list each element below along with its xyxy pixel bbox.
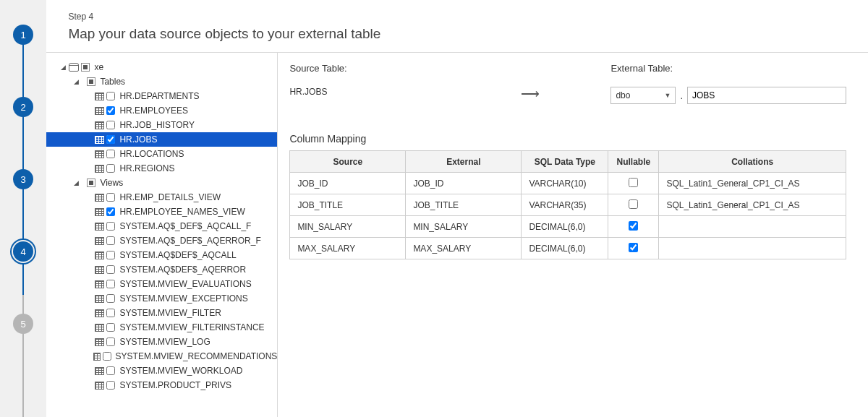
object-checkbox[interactable] (106, 193, 115, 202)
step-dot-1[interactable]: 1 (13, 25, 33, 45)
tree-node[interactable]: SYSTEM.MVIEW_FILTER (46, 306, 277, 320)
object-checkbox[interactable] (106, 294, 115, 303)
expand-icon[interactable]: ◢ (72, 78, 80, 85)
tree-node[interactable]: ◢Views (46, 176, 277, 190)
tree-node[interactable]: SYSTEM.MVIEW_FILTERINSTANCE (46, 320, 277, 335)
object-checkbox[interactable] (106, 265, 115, 274)
database-icon (69, 63, 79, 72)
table-icon (95, 136, 104, 144)
table-row[interactable]: MAX_SALARYMAX_SALARYDECIMAL(6,0) (290, 238, 846, 259)
tree-label: SYSTEM.AQ$DEF$_AQCALL (119, 250, 236, 260)
object-checkbox[interactable] (106, 323, 115, 332)
table-icon (95, 295, 104, 303)
tree-node[interactable]: SYSTEM.MVIEW_EVALUATIONS (46, 277, 277, 291)
cell-nullable (608, 173, 659, 194)
tree-node[interactable]: HR.EMPLOYEE_NAMES_VIEW (46, 205, 277, 219)
cell-collation: SQL_Latin1_General_CP1_CI_AS (659, 173, 846, 194)
object-tree[interactable]: ◢xe◢TablesHR.DEPARTMENTSHR.EMPLOYEESHR.J… (46, 53, 278, 417)
tree-node[interactable]: HR.EMPLOYEES (46, 103, 277, 118)
tree-label: HR.LOCATIONS (119, 149, 184, 159)
tree-node[interactable]: HR.LOCATIONS (46, 147, 277, 161)
nullable-checkbox[interactable] (629, 221, 638, 231)
object-checkbox[interactable] (106, 164, 115, 173)
object-checkbox[interactable] (106, 381, 115, 390)
stepper: 12345 (0, 0, 46, 417)
tree-node[interactable]: SYSTEM.AQ$DEF$_AQCALL (46, 248, 277, 262)
object-checkbox[interactable] (106, 121, 115, 129)
tristate-checkbox[interactable] (87, 77, 95, 86)
object-checkbox[interactable] (106, 236, 115, 245)
tree-node[interactable]: SYSTEM.AQ$_DEF$_AQCALL_F (46, 219, 277, 233)
source-table-value: HR.JOBS (289, 87, 492, 97)
external-table-input[interactable] (687, 87, 846, 104)
object-checkbox[interactable] (106, 280, 115, 288)
tree-node[interactable]: SYSTEM.AQ$DEF$_AQERROR (46, 262, 277, 277)
nullable-checkbox[interactable] (629, 178, 638, 187)
tree-node[interactable]: HR.EMP_DETAILS_VIEW (46, 190, 277, 205)
tree-label: HR.EMP_DETAILS_VIEW (119, 192, 221, 202)
table-icon (95, 150, 104, 158)
schema-select[interactable]: dbo (610, 87, 676, 104)
table-row[interactable]: JOB_IDJOB_IDVARCHAR(10)SQL_Latin1_Genera… (290, 173, 846, 194)
object-checkbox[interactable] (106, 222, 115, 231)
object-checkbox[interactable] (106, 135, 115, 144)
step-dot-5[interactable]: 5 (13, 314, 33, 334)
nullable-checkbox[interactable] (629, 199, 638, 209)
table-icon (95, 266, 104, 274)
tree-node[interactable]: ◢Tables (46, 74, 277, 89)
object-checkbox[interactable] (106, 207, 115, 216)
table-icon (95, 324, 104, 332)
content: ◢xe◢TablesHR.DEPARTMENTSHR.EMPLOYEESHR.J… (46, 53, 868, 417)
step-dot-3[interactable]: 3 (13, 169, 33, 189)
col-type: SQL Data Type (522, 151, 608, 173)
cell-nullable (608, 238, 659, 259)
tree-label: SYSTEM.MVIEW_EXCEPTIONS (119, 293, 247, 304)
tree-label: SYSTEM.PRODUCT_PRIVS (119, 380, 231, 390)
table-row[interactable]: JOB_TITLEJOB_TITLEVARCHAR(35)SQL_Latin1_… (290, 194, 846, 216)
cell-external: JOB_ID (406, 173, 522, 194)
tristate-checkbox[interactable] (87, 179, 95, 187)
tree-node[interactable]: SYSTEM.PRODUCT_PRIVS (46, 378, 277, 392)
tree-node[interactable]: HR.JOBS (46, 132, 277, 147)
tree-node[interactable]: SYSTEM.MVIEW_WORKLOAD (46, 364, 277, 378)
tree-label: SYSTEM.AQ$_DEF$_AQERROR_F (119, 236, 260, 246)
cell-collation (659, 216, 846, 238)
tree-label: xe (94, 62, 103, 72)
tree-node[interactable]: HR.REGIONS (46, 161, 277, 176)
col-source: Source (290, 151, 406, 173)
nullable-checkbox[interactable] (629, 243, 638, 252)
tristate-checkbox[interactable] (81, 63, 90, 72)
table-row[interactable]: MIN_SALARYMIN_SALARYDECIMAL(6,0) (290, 216, 846, 238)
expand-icon[interactable]: ◢ (72, 179, 80, 186)
tree-label: SYSTEM.AQ$_DEF$_AQCALL_F (119, 221, 251, 231)
tree-node[interactable]: HR.DEPARTMENTS (46, 89, 277, 103)
step-dot-4[interactable]: 4 (13, 241, 33, 262)
tree-node[interactable]: ◢xe (46, 60, 277, 74)
object-checkbox[interactable] (103, 352, 111, 361)
object-checkbox[interactable] (106, 106, 115, 115)
tree-node[interactable]: SYSTEM.AQ$_DEF$_AQERROR_F (46, 233, 277, 248)
dot-separator: . (680, 90, 683, 101)
tree-node[interactable]: SYSTEM.MVIEW_RECOMMENDATIONS (46, 349, 277, 364)
table-icon (95, 208, 104, 216)
cell-external: MAX_SALARY (406, 238, 522, 259)
table-icon (95, 93, 104, 100)
object-checkbox[interactable] (106, 92, 115, 100)
object-checkbox[interactable] (106, 309, 115, 317)
object-checkbox[interactable] (106, 366, 115, 375)
tree-label: SYSTEM.MVIEW_RECOMMENDATIONS (116, 351, 278, 361)
tree-node[interactable]: SYSTEM.MVIEW_LOG (46, 335, 277, 349)
object-checkbox[interactable] (106, 150, 115, 158)
cell-nullable (608, 194, 659, 216)
object-checkbox[interactable] (106, 251, 115, 259)
step-title: Map your data source objects to your ext… (68, 26, 868, 42)
table-icon (95, 338, 104, 346)
table-icon (95, 367, 104, 375)
cell-type: DECIMAL(6,0) (522, 216, 608, 238)
tree-node[interactable]: HR.JOB_HISTORY (46, 118, 277, 132)
object-checkbox[interactable] (106, 338, 115, 346)
tree-node[interactable]: SYSTEM.MVIEW_EXCEPTIONS (46, 291, 277, 306)
step-dot-2[interactable]: 2 (13, 97, 33, 117)
expand-icon[interactable]: ◢ (59, 64, 67, 71)
col-nullable: Nullable (608, 151, 659, 173)
